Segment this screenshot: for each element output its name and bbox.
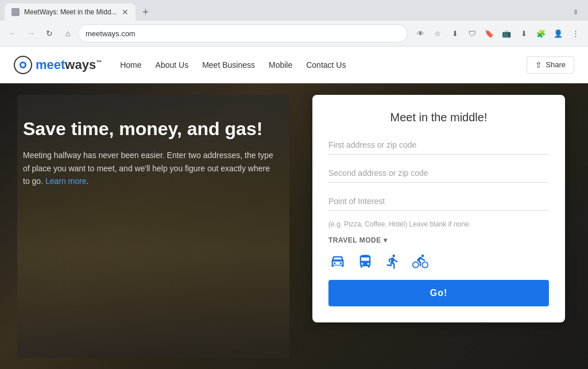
address2-input[interactable] — [328, 164, 549, 183]
bookmark-star-icon[interactable]: ☆ — [430, 25, 446, 41]
logo-icon — [14, 56, 32, 74]
poi-input[interactable] — [328, 192, 549, 211]
travel-mode-label[interactable]: TRAVEL MODE ▾ — [328, 236, 387, 244]
tab-favicon — [11, 8, 20, 16]
menu-icon[interactable]: ⋮ — [567, 25, 583, 41]
forward-button[interactable]: → — [23, 25, 39, 41]
svg-point-3 — [334, 262, 336, 264]
shield-icon[interactable]: 🛡 — [464, 25, 480, 41]
website: meetways™ Home About Us Meet Business Mo… — [0, 47, 588, 369]
share-icon: ⇧ — [535, 60, 542, 70]
travel-mode-chevron-icon: ▾ — [384, 236, 388, 244]
svg-point-4 — [340, 262, 342, 264]
hide-icon[interactable]: 👁 — [412, 25, 428, 41]
window-control-restore[interactable]: ⇕ — [567, 4, 583, 20]
form-title: Meet in the middle! — [328, 111, 549, 124]
travel-mode-row: TRAVEL MODE ▾ — [328, 236, 549, 244]
active-tab[interactable]: MeetWays: Meet in the Midd... ✕ — [5, 3, 136, 21]
browser-toolbar: ← → ↻ ⌂ 👁 ☆ ⬇ 🛡 🔖 📺 ⬇ 🧩 👤 ⋮ — [0, 21, 588, 46]
address1-input[interactable] — [328, 136, 549, 155]
travel-car-icon[interactable] — [328, 252, 347, 271]
share-button[interactable]: ⇧ Share — [527, 56, 574, 74]
poi-hint: (e.g. Pizza, Coffee, Hotel) Leave blank … — [328, 220, 549, 228]
toolbar-icons: 👁 ☆ ⬇ 🛡 🔖 📺 ⬇ 🧩 👤 ⋮ — [412, 25, 583, 41]
new-tab-button[interactable]: + — [138, 4, 154, 20]
travel-bike-icon[interactable] — [411, 252, 430, 271]
nav-about[interactable]: About Us — [156, 58, 189, 72]
nav-mobile[interactable]: Mobile — [269, 58, 292, 72]
user-avatar[interactable]: 👤 — [550, 25, 566, 41]
save-page-icon[interactable]: 🔖 — [481, 25, 497, 41]
extensions-icon[interactable]: 🧩 — [533, 25, 549, 41]
travel-walk-icon[interactable] — [384, 252, 402, 271]
address-bar[interactable] — [78, 24, 408, 43]
nav-contact[interactable]: Contact Us — [306, 58, 346, 72]
home-button[interactable]: ⌂ — [60, 25, 76, 41]
tab-close-button[interactable]: ✕ — [122, 8, 129, 16]
logo[interactable]: meetways™ — [14, 56, 102, 74]
travel-icons — [328, 252, 549, 271]
form-card: Meet in the middle! (e.g. Pizza, Coffee,… — [312, 95, 565, 322]
hero-description: Meeting halfway has never been easier. E… — [23, 149, 276, 187]
nav-business[interactable]: Meet Business — [202, 58, 255, 72]
learn-more-link[interactable]: Learn more — [45, 176, 87, 186]
browser-chrome: MeetWays: Meet in the Midd... ✕ + ⇕ ← → … — [0, 0, 588, 47]
nav-links: Home About Us Meet Business Mobile Conta… — [120, 58, 527, 72]
nav-home[interactable]: Home — [120, 58, 141, 72]
screen-cast-icon[interactable]: 📺 — [498, 25, 514, 41]
svg-point-2 — [21, 63, 25, 67]
tab-title: MeetWays: Meet in the Midd... — [24, 8, 117, 16]
logo-text: meetways™ — [36, 57, 102, 72]
hero-title: Save time, money, and gas! — [23, 118, 276, 140]
hero-section: Save time, money, and gas! Meeting halfw… — [0, 83, 588, 369]
hero-content: Save time, money, and gas! Meeting halfw… — [0, 83, 299, 222]
profile-icon[interactable]: ⬇ — [447, 25, 463, 41]
reload-button[interactable]: ↻ — [41, 25, 57, 41]
download-icon[interactable]: ⬇ — [516, 25, 532, 41]
travel-bus-icon[interactable] — [356, 252, 374, 271]
go-button[interactable]: Go! — [328, 280, 549, 306]
back-button[interactable]: ← — [5, 25, 21, 41]
navbar: meetways™ Home About Us Meet Business Mo… — [0, 47, 588, 83]
tab-bar: MeetWays: Meet in the Midd... ✕ + ⇕ — [0, 0, 588, 21]
